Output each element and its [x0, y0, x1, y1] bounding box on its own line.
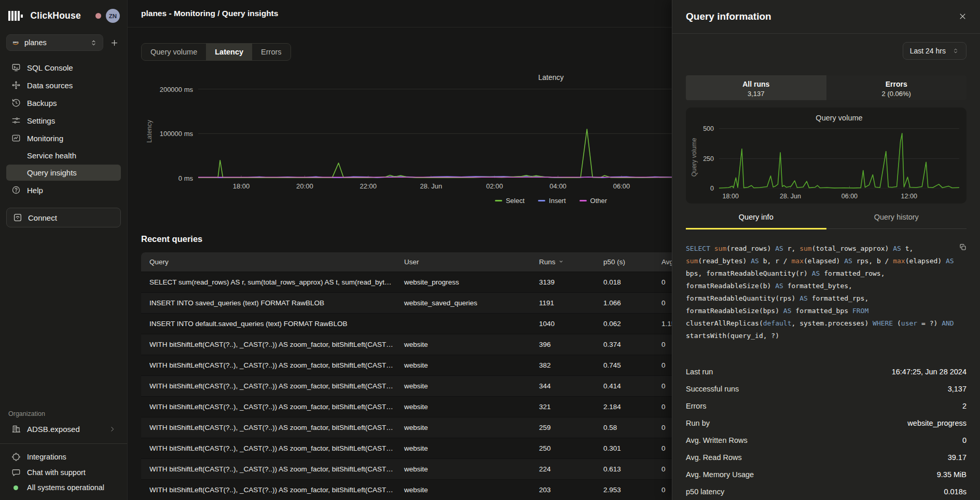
footer-item-all-systems-operational[interactable]: All systems operational: [6, 480, 121, 495]
tab-query-volume[interactable]: Query volume: [142, 44, 206, 60]
sidebar-item-label: Query insights: [27, 168, 77, 177]
brand-name: ClickHouse: [31, 10, 81, 21]
stat-label: p50 latency: [686, 488, 724, 496]
cell-query: INSERT INTO default.saved_queries (text)…: [149, 320, 404, 328]
mini-x-axis-labels: 18:0028. Jun06:0012:00: [719, 193, 959, 201]
organization-name: ADSB.exposed: [27, 425, 80, 434]
column-header-p50-s-[interactable]: p50 (s): [603, 258, 661, 266]
x-tick-label: 18:00: [233, 182, 250, 190]
cell-query: WITH bitShiftLeft(CAST(?..), _CAST(?..))…: [149, 403, 404, 411]
footer-item-integrations[interactable]: Integrations: [6, 449, 121, 465]
x-tick-label: 04:00: [549, 182, 567, 190]
legend-label: Insert: [549, 197, 566, 205]
sidebar-item-backups[interactable]: Backups: [6, 94, 121, 111]
panel-tab-query-history[interactable]: Query history: [826, 213, 967, 229]
sidebar-nav: SQL ConsoleData sourcesBackupsSettingsMo…: [0, 54, 127, 199]
x-tick-label: 18:00: [723, 193, 739, 200]
sidebar-item-label: Data sources: [27, 81, 73, 90]
table-header-row: QueryUserRunsp50 (s)Avg.: [141, 252, 753, 272]
table-row[interactable]: WITH bitShiftLeft(CAST(?..), _CAST(?..))…: [141, 376, 753, 397]
column-header-runs[interactable]: Runs: [539, 258, 603, 266]
breadcrumb: planes - Monitoring / Query insights: [141, 9, 278, 18]
cell-runs: 250: [539, 444, 603, 452]
stat-label: Errors: [686, 402, 706, 410]
cell-user: website_progress: [404, 278, 539, 286]
table-row[interactable]: WITH bitShiftLeft(CAST(?..), _CAST(?..))…: [141, 438, 753, 459]
tab-errors[interactable]: Errors: [252, 44, 290, 60]
legend-item-select[interactable]: Select: [495, 197, 524, 205]
sidebar-item-query-insights[interactable]: Query insights: [6, 165, 121, 181]
table-row[interactable]: WITH bitShiftLeft(CAST(?..), _CAST(?..))…: [141, 459, 753, 480]
sidebar-item-settings[interactable]: Settings: [6, 112, 121, 129]
legend-item-insert[interactable]: Insert: [538, 197, 566, 205]
building-icon: [11, 424, 21, 434]
sidebar-item-help[interactable]: Help: [6, 182, 121, 198]
notification-dot-icon[interactable]: [95, 13, 101, 19]
stat-value: 16:47:25, Jun 28 2024: [892, 368, 967, 376]
connect-button[interactable]: Connect: [6, 208, 121, 227]
column-header-user[interactable]: User: [404, 258, 539, 266]
table-row[interactable]: INSERT INTO saved_queries (text) FORMAT …: [141, 293, 753, 314]
legend-item-other[interactable]: Other: [579, 197, 608, 205]
sidebar-item-service-health[interactable]: Service health: [6, 147, 121, 164]
sidebar-item-label: Service health: [27, 151, 76, 160]
table-row[interactable]: WITH bitShiftLeft(CAST(?..), _CAST(?..))…: [141, 480, 753, 500]
legend-label: Other: [590, 197, 608, 205]
cell-runs: 203: [539, 486, 603, 494]
toggle-all-runs[interactable]: All runs3,137: [686, 75, 826, 101]
table-row[interactable]: WITH bitShiftLeft(CAST(?..), _CAST(?..))…: [141, 417, 753, 438]
svg-text:aws: aws: [13, 40, 19, 43]
service-select[interactable]: aws planes: [6, 34, 103, 51]
cell-p50: 0.414: [603, 382, 661, 390]
table-row[interactable]: SELECT sum(read_rows) AS r, sum(total_ro…: [141, 272, 753, 293]
organization-switcher[interactable]: ADSB.exposed: [6, 421, 121, 437]
table-row[interactable]: WITH bitShiftLeft(CAST(?..), _CAST(?..))…: [141, 397, 753, 417]
column-header-query[interactable]: Query: [149, 258, 404, 266]
chevron-updown-icon: [952, 47, 959, 55]
cell-runs: 321: [539, 403, 603, 411]
table-row[interactable]: WITH bitShiftLeft(CAST(?..), _CAST(?..))…: [141, 334, 753, 355]
cell-p50: 0.745: [603, 361, 661, 369]
stat-value: 0: [962, 436, 967, 444]
table-row[interactable]: WITH bitShiftLeft(CAST(?..), _CAST(?..))…: [141, 355, 753, 376]
data-sources-icon: [11, 80, 21, 90]
toggle-label: Errors: [826, 80, 967, 88]
table-row[interactable]: INSERT INTO default.saved_queries (text)…: [141, 314, 753, 334]
close-icon[interactable]: [959, 12, 967, 20]
cell-query: SELECT sum(read_rows) AS r, sum(total_ro…: [149, 278, 404, 286]
sidebar-item-sql-console[interactable]: SQL Console: [6, 59, 121, 76]
panel-tab-query-info[interactable]: Query info: [686, 213, 826, 229]
y-tick-label: 500: [703, 125, 714, 132]
y-tick-label: 200000 ms: [160, 85, 193, 93]
panel-header: Query information: [672, 0, 980, 34]
x-tick-label: 28. Jun: [420, 182, 442, 190]
footer-item-label: Chat with support: [27, 468, 86, 477]
cell-query: WITH bitShiftLeft(CAST(?..), _CAST(?..))…: [149, 444, 404, 452]
cell-query: INSERT INTO saved_queries (text) FORMAT …: [149, 299, 404, 307]
x-tick-label: 06:00: [613, 182, 630, 190]
clickhouse-logo-icon[interactable]: [8, 11, 23, 21]
time-range-select[interactable]: Last 24 hrs: [903, 42, 967, 60]
query-volume-card: Query volume Query volume 5002500 18:002…: [686, 107, 967, 203]
sidebar-item-monitoring[interactable]: Monitoring: [6, 130, 121, 146]
footer-item-chat-with-support[interactable]: Chat with support: [6, 465, 121, 480]
legend-swatch-icon: [495, 200, 502, 201]
stat-row-errors: Errors2: [686, 397, 967, 414]
sidebar-item-label: Monitoring: [27, 134, 63, 143]
toggle-errors[interactable]: Errors2 (0.06%): [826, 75, 967, 101]
x-tick-label: 22:00: [360, 182, 377, 190]
cell-p50: 1.066: [603, 299, 661, 307]
time-range-value: Last 24 hrs: [910, 47, 946, 55]
avatar[interactable]: ZN: [106, 9, 120, 23]
copy-icon[interactable]: [959, 244, 967, 251]
integrations-icon: [11, 452, 21, 462]
stat-value: website_progress: [907, 419, 967, 427]
cell-p50: 0.58: [603, 424, 661, 431]
sql-code-block: SELECT sum(read_rows) AS r, sum(total_ro…: [686, 242, 967, 342]
add-service-button[interactable]: [108, 37, 120, 48]
cell-runs: 1040: [539, 320, 603, 328]
cell-user: website: [404, 465, 539, 473]
sidebar-item-data-sources[interactable]: Data sources: [6, 77, 121, 93]
tab-latency[interactable]: Latency: [206, 44, 252, 60]
stat-value: 2: [962, 402, 967, 410]
